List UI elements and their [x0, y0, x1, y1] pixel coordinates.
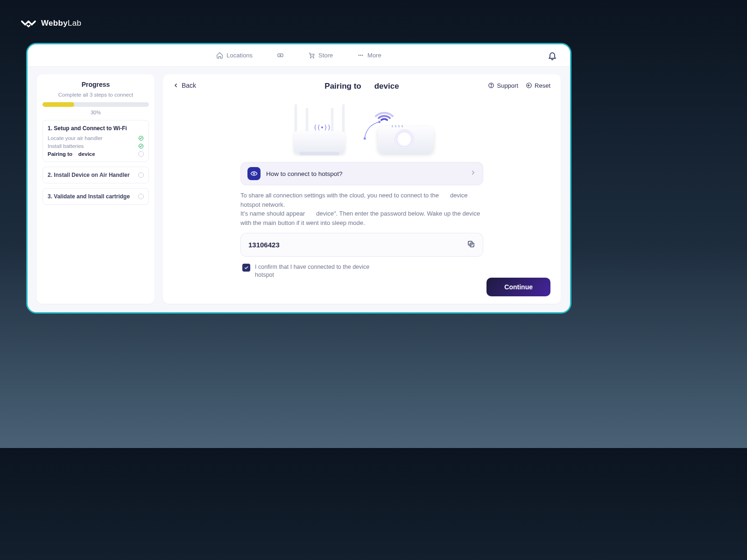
- help-hotspot-card[interactable]: How to connect to hotspot?: [240, 162, 483, 185]
- support-link[interactable]: Support: [488, 82, 518, 89]
- visibility-icon: [247, 167, 261, 180]
- back-button[interactable]: Back: [173, 82, 196, 89]
- device-illustration: [364, 102, 438, 154]
- progress-bar: [42, 102, 149, 107]
- svg-point-10: [491, 86, 492, 87]
- chevron-right-icon: [470, 169, 476, 178]
- copy-button[interactable]: [467, 240, 475, 250]
- pending-icon: [138, 172, 144, 178]
- substep-pairing: Pairing to device: [48, 151, 144, 157]
- svg-point-5: [360, 55, 361, 56]
- content-area: ((•)): [240, 102, 483, 279]
- step-1-card[interactable]: 1. Setup and Connect to Wi-Fi Locate you…: [42, 120, 149, 162]
- cart-icon: [308, 52, 315, 59]
- svg-point-2: [310, 57, 311, 58]
- nav-more-label: More: [367, 52, 381, 59]
- bell-icon: [548, 51, 557, 60]
- support-label: Support: [497, 82, 518, 89]
- progress-sidebar: Progress Complete all 3 steps to connect…: [37, 74, 155, 304]
- progress-fill: [42, 102, 74, 107]
- svg-rect-0: [278, 54, 283, 56]
- svg-point-4: [359, 55, 359, 56]
- pending-icon: [138, 151, 144, 157]
- top-bar: Locations Store More: [28, 44, 570, 67]
- reset-label: Reset: [535, 82, 550, 89]
- substep-locate: Locate your air handler: [48, 135, 144, 141]
- back-label: Back: [182, 82, 196, 89]
- nav-store[interactable]: Store: [308, 52, 333, 59]
- instruction-text: To share all connection settings with th…: [240, 191, 483, 227]
- pending-icon: [138, 194, 144, 199]
- copy-icon: [467, 240, 475, 248]
- nav-store-label: Store: [318, 52, 333, 59]
- dots-icon: [357, 52, 364, 59]
- nav-device[interactable]: [277, 52, 284, 59]
- chevron-left-icon: [173, 83, 179, 88]
- help-icon: [488, 82, 494, 89]
- progress-title: Progress: [42, 81, 149, 88]
- svg-point-1: [280, 55, 281, 56]
- main-header: Back Pairing todevice Support Reset: [173, 82, 550, 89]
- reset-icon: [526, 82, 532, 89]
- progress-percent: 30%: [42, 110, 149, 115]
- signal-icon: ((•)): [313, 124, 331, 131]
- router-illustration: ((•)): [285, 102, 355, 154]
- step-3-title: 3. Validate and Install cartridge: [48, 193, 130, 200]
- svg-point-6: [362, 55, 363, 56]
- check-icon: [138, 143, 144, 149]
- svg-point-13: [364, 138, 366, 140]
- step-2-title: 2. Install Device on Air Handler: [48, 172, 130, 178]
- home-icon: [216, 52, 223, 59]
- wifi-icon: [373, 102, 395, 123]
- step-2-card[interactable]: 2. Install Device on Air Handler: [42, 167, 149, 183]
- nav-locations-label: Locations: [226, 52, 253, 59]
- brand-logo: WebbyLab: [21, 18, 81, 29]
- reset-link[interactable]: Reset: [526, 82, 550, 89]
- main-panel: Back Pairing todevice Support Reset: [163, 74, 561, 304]
- progress-subtitle: Complete all 3 steps to connect: [42, 92, 149, 98]
- notifications-button[interactable]: [548, 51, 557, 60]
- app-window: Locations Store More Progress Complete a…: [26, 43, 571, 314]
- pairing-illustration: ((•)): [240, 102, 483, 154]
- confirm-checkbox[interactable]: [242, 264, 250, 272]
- password-value: 13106423: [248, 241, 280, 249]
- checkmark-icon: [244, 265, 249, 270]
- nav-locations[interactable]: Locations: [216, 52, 253, 59]
- brand-mark-icon: [21, 18, 36, 29]
- continue-label: Continue: [504, 283, 533, 291]
- svg-point-12: [379, 121, 381, 123]
- device-icon: [277, 52, 284, 59]
- top-nav: Locations Store More: [216, 52, 381, 59]
- step-3-card[interactable]: 3. Validate and Install cartridge: [42, 188, 149, 205]
- continue-button[interactable]: Continue: [486, 278, 550, 296]
- step-1-title: 1. Setup and Connect to Wi-Fi: [48, 125, 144, 132]
- help-card-label: How to connect to hotspot?: [266, 170, 343, 177]
- brand-name: WebbyLab: [41, 19, 81, 28]
- password-box: 13106423: [240, 233, 483, 257]
- confirm-label: I confirm that I have connected to the d…: [255, 263, 386, 279]
- svg-point-14: [253, 173, 254, 174]
- svg-point-3: [313, 57, 314, 58]
- confirm-row: I confirm that I have connected to the d…: [240, 263, 483, 279]
- nav-more[interactable]: More: [357, 52, 381, 59]
- substep-batteries: Install batteries: [48, 143, 144, 149]
- check-icon: [138, 135, 144, 141]
